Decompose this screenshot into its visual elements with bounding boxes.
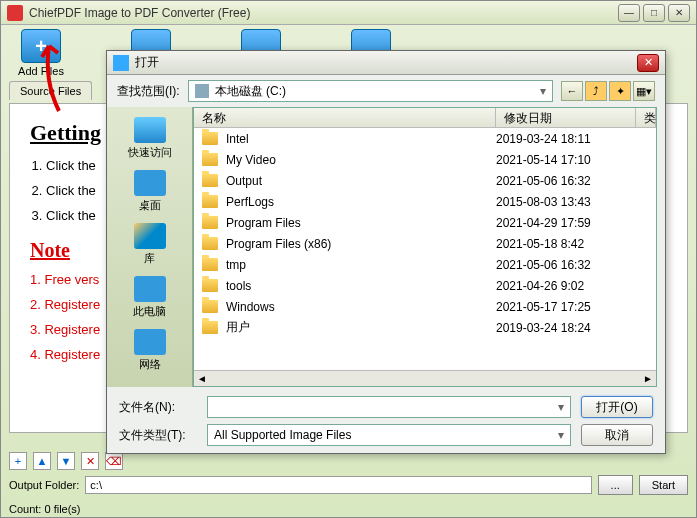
pc-icon — [134, 276, 166, 302]
file-name: Program Files (x86) — [226, 237, 331, 251]
file-open-dialog: 打开 ✕ 查找范围(I): 本地磁盘 (C:) ▾ ← ⤴ ✦ ▦▾ 快速访问 … — [106, 50, 666, 454]
filetype-select[interactable]: All Supported Image Files▾ — [207, 424, 571, 446]
look-in-label: 查找范围(I): — [117, 83, 180, 100]
down-button[interactable]: ▼ — [57, 452, 75, 470]
drive-icon — [195, 84, 209, 98]
desktop-icon — [134, 170, 166, 196]
cancel-button[interactable]: 取消 — [581, 424, 653, 446]
maximize-button[interactable]: □ — [643, 4, 665, 22]
file-row[interactable]: PerfLogs2015-08-03 13:43 — [194, 191, 656, 212]
folder-icon — [202, 300, 218, 313]
add-files-button[interactable]: + Add Files — [11, 29, 71, 77]
file-row[interactable]: Output2021-05-06 16:32 — [194, 170, 656, 191]
network-icon — [134, 329, 166, 355]
place-network[interactable]: 网络 — [107, 329, 192, 372]
drive-label: 本地磁盘 (C:) — [215, 83, 286, 100]
file-date: 2019-03-24 18:24 — [496, 321, 636, 335]
place-this-pc[interactable]: 此电脑 — [107, 276, 192, 319]
place-quick-access[interactable]: 快速访问 — [107, 117, 192, 160]
file-row[interactable]: Program Files (x86)2021-05-18 8:42 — [194, 233, 656, 254]
minimize-button[interactable]: — — [618, 4, 640, 22]
file-name: Program Files — [226, 216, 301, 230]
scroll-left-icon[interactable]: ◄ — [194, 373, 210, 384]
place-libraries[interactable]: 库 — [107, 223, 192, 266]
open-button[interactable]: 打开(O) — [581, 396, 653, 418]
remove-small-button[interactable]: ✕ — [81, 452, 99, 470]
file-name: Windows — [226, 300, 275, 314]
up-folder-button[interactable]: ⤴ — [585, 81, 607, 101]
chevron-down-icon: ▾ — [558, 400, 564, 414]
file-date: 2021-04-29 17:59 — [496, 216, 636, 230]
scroll-right-icon[interactable]: ► — [640, 373, 656, 384]
column-date[interactable]: 修改日期 — [496, 108, 636, 127]
look-in-select[interactable]: 本地磁盘 (C:) ▾ — [188, 80, 553, 102]
plus-icon: + — [21, 29, 61, 63]
file-list[interactable]: Intel2019-03-24 18:11My Video2021-05-14 … — [194, 128, 656, 370]
file-name: PerfLogs — [226, 195, 274, 209]
browse-button[interactable]: ... — [598, 475, 633, 495]
chevron-down-icon: ▾ — [558, 428, 564, 442]
output-folder-input[interactable] — [85, 476, 591, 494]
window-title: ChiefPDF Image to PDF Converter (Free) — [29, 6, 250, 20]
file-date: 2021-05-17 17:25 — [496, 300, 636, 314]
start-button[interactable]: Start — [639, 475, 688, 495]
folder-icon — [202, 132, 218, 145]
file-name: tmp — [226, 258, 246, 272]
file-row[interactable]: 用户2019-03-24 18:24 — [194, 317, 656, 338]
folder-icon — [202, 195, 218, 208]
close-button[interactable]: ✕ — [668, 4, 690, 22]
file-row[interactable]: Program Files2021-04-29 17:59 — [194, 212, 656, 233]
up-button[interactable]: ▲ — [33, 452, 51, 470]
dialog-titlebar: 打开 ✕ — [107, 51, 665, 75]
file-list-panel: 名称 修改日期 类 Intel2019-03-24 18:11My Video2… — [193, 107, 657, 387]
file-date: 2021-05-06 16:32 — [496, 174, 636, 188]
folder-icon — [202, 174, 218, 187]
column-name[interactable]: 名称 — [194, 108, 496, 127]
titlebar: ChiefPDF Image to PDF Converter (Free) —… — [1, 1, 696, 25]
filetype-label: 文件类型(T): — [119, 427, 197, 444]
file-row[interactable]: tmp2021-05-06 16:32 — [194, 254, 656, 275]
file-name: Intel — [226, 132, 249, 146]
back-button[interactable]: ← — [561, 81, 583, 101]
dialog-icon — [113, 55, 129, 71]
file-name: tools — [226, 279, 251, 293]
file-row[interactable]: tools2021-04-26 9:02 — [194, 275, 656, 296]
folder-icon — [202, 153, 218, 166]
library-icon — [134, 223, 166, 249]
file-row[interactable]: Windows2021-05-17 17:25 — [194, 296, 656, 317]
dialog-title: 打开 — [135, 54, 159, 71]
add-small-button[interactable]: + — [9, 452, 27, 470]
filename-input[interactable]: ▾ — [207, 396, 571, 418]
folder-icon — [202, 321, 218, 334]
output-row: Output Folder: ... Start — [9, 475, 688, 495]
filename-label: 文件名(N): — [119, 399, 197, 416]
add-files-label: Add Files — [18, 65, 64, 77]
status-bar: Count: 0 file(s) — [9, 503, 81, 515]
place-desktop[interactable]: 桌面 — [107, 170, 192, 213]
folder-icon — [202, 216, 218, 229]
file-date: 2021-05-06 16:32 — [496, 258, 636, 272]
chevron-down-icon: ▾ — [540, 84, 546, 98]
file-date: 2021-05-18 8:42 — [496, 237, 636, 251]
tab-source-files[interactable]: Source Files — [9, 81, 92, 100]
view-menu-button[interactable]: ▦▾ — [633, 81, 655, 101]
nav-buttons: ← ⤴ ✦ ▦▾ — [561, 81, 655, 101]
folder-icon — [202, 279, 218, 292]
column-type[interactable]: 类 — [636, 108, 656, 127]
folder-icon — [202, 258, 218, 271]
new-folder-button[interactable]: ✦ — [609, 81, 631, 101]
folder-icon — [202, 237, 218, 250]
file-name: My Video — [226, 153, 276, 167]
file-name: Output — [226, 174, 262, 188]
output-label: Output Folder: — [9, 479, 79, 491]
dialog-bottom: 文件名(N): ▾ 打开(O) 文件类型(T): All Supported I… — [107, 387, 665, 455]
file-date: 2019-03-24 18:11 — [496, 132, 636, 146]
dialog-body: 快速访问 桌面 库 此电脑 网络 名称 修改日期 类 Intel2019-03-… — [107, 107, 665, 387]
file-date: 2021-05-14 17:10 — [496, 153, 636, 167]
file-row[interactable]: My Video2021-05-14 17:10 — [194, 149, 656, 170]
file-row[interactable]: Intel2019-03-24 18:11 — [194, 128, 656, 149]
dialog-close-button[interactable]: ✕ — [637, 54, 659, 72]
app-icon — [7, 5, 23, 21]
horizontal-scrollbar[interactable]: ◄ ► — [194, 370, 656, 386]
file-date: 2015-08-03 13:43 — [496, 195, 636, 209]
